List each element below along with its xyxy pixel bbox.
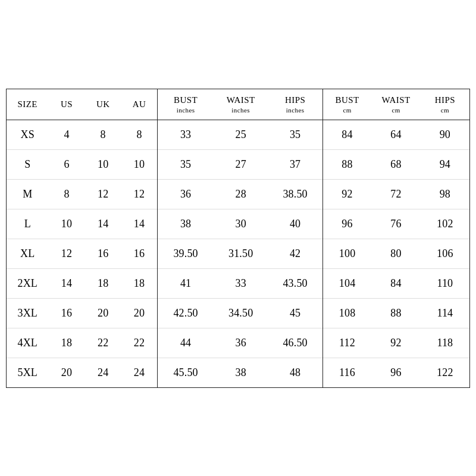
- table-row: 3XL16202042.5034.504510888114: [7, 298, 469, 328]
- cell-size: 2XL: [7, 268, 49, 298]
- cell-uk: 20: [85, 298, 121, 328]
- header-size: SIZE: [7, 89, 49, 120]
- cell-au: 16: [121, 239, 158, 268]
- cell-uk: 8: [85, 120, 121, 149]
- table-row: 2XL141818413343.5010484110: [7, 268, 469, 298]
- cell-waist-in: 34.50: [214, 298, 268, 328]
- header-waist-inches: WAIST inches: [214, 89, 268, 120]
- cell-hips-in: 45: [268, 298, 323, 328]
- cell-au: 10: [121, 149, 158, 179]
- cell-hips-cm: 118: [421, 328, 469, 358]
- cell-bust-cm: 100: [322, 239, 371, 268]
- cell-hips-cm: 122: [421, 358, 469, 387]
- size-chart-table: SIZE US UK AU BUST inches WAIST inches H…: [7, 89, 469, 387]
- cell-hips-cm: 90: [421, 120, 469, 149]
- cell-size: S: [7, 149, 49, 179]
- cell-waist-in: 33: [214, 268, 268, 298]
- cell-us: 18: [49, 328, 85, 358]
- table-row: M81212362838.50927298: [7, 179, 469, 209]
- cell-hips-cm: 98: [421, 179, 469, 209]
- cell-au: 22: [121, 328, 158, 358]
- table-row: 5XL20242445.50384811696122: [7, 358, 469, 387]
- cell-bust-cm: 116: [322, 358, 371, 387]
- cell-bust-in: 45.50: [158, 358, 214, 387]
- cell-waist-in: 38: [214, 358, 268, 387]
- cell-waist-in: 28: [214, 179, 268, 209]
- cell-hips-in: 42: [268, 239, 323, 268]
- header-waist-cm: WAIST cm: [371, 89, 420, 120]
- table-row: S61010352737886894: [7, 149, 469, 179]
- cell-waist-cm: 68: [371, 149, 420, 179]
- header-hips-cm: HIPS cm: [421, 89, 469, 120]
- table-row: 4XL182222443646.5011292118: [7, 328, 469, 358]
- cell-bust-cm: 104: [322, 268, 371, 298]
- cell-bust-cm: 84: [322, 120, 371, 149]
- cell-us: 12: [49, 239, 85, 268]
- cell-bust-cm: 88: [322, 149, 371, 179]
- cell-au: 14: [121, 209, 158, 239]
- cell-hips-in: 43.50: [268, 268, 323, 298]
- cell-waist-cm: 92: [371, 328, 420, 358]
- header-us: US: [49, 89, 85, 120]
- table-row: XS488332535846490: [7, 120, 469, 149]
- cell-hips-in: 35: [268, 120, 323, 149]
- cell-us: 4: [49, 120, 85, 149]
- cell-bust-in: 38: [158, 209, 214, 239]
- cell-size: M: [7, 179, 49, 209]
- cell-waist-in: 30: [214, 209, 268, 239]
- cell-uk: 14: [85, 209, 121, 239]
- cell-size: L: [7, 209, 49, 239]
- cell-us: 10: [49, 209, 85, 239]
- cell-waist-cm: 80: [371, 239, 420, 268]
- cell-waist-in: 36: [214, 328, 268, 358]
- cell-uk: 18: [85, 268, 121, 298]
- cell-uk: 22: [85, 328, 121, 358]
- cell-bust-in: 39.50: [158, 239, 214, 268]
- cell-us: 16: [49, 298, 85, 328]
- cell-uk: 16: [85, 239, 121, 268]
- cell-uk: 24: [85, 358, 121, 387]
- cell-bust-in: 41: [158, 268, 214, 298]
- cell-size: 5XL: [7, 358, 49, 387]
- cell-bust-in: 42.50: [158, 298, 214, 328]
- cell-waist-cm: 72: [371, 179, 420, 209]
- cell-size: 3XL: [7, 298, 49, 328]
- cell-hips-in: 48: [268, 358, 323, 387]
- cell-waist-cm: 88: [371, 298, 420, 328]
- cell-waist-cm: 64: [371, 120, 420, 149]
- header-au: AU: [121, 89, 158, 120]
- cell-bust-cm: 96: [322, 209, 371, 239]
- cell-bust-in: 36: [158, 179, 214, 209]
- cell-hips-cm: 94: [421, 149, 469, 179]
- cell-bust-cm: 92: [322, 179, 371, 209]
- cell-hips-cm: 102: [421, 209, 469, 239]
- cell-us: 8: [49, 179, 85, 209]
- header-bust-cm: BUST cm: [322, 89, 371, 120]
- cell-waist-in: 31.50: [214, 239, 268, 268]
- cell-waist-cm: 84: [371, 268, 420, 298]
- cell-hips-in: 38.50: [268, 179, 323, 209]
- size-chart-container: SIZE US UK AU BUST inches WAIST inches H…: [6, 89, 470, 388]
- cell-waist-in: 27: [214, 149, 268, 179]
- header-hips-inches: HIPS inches: [268, 89, 323, 120]
- cell-us: 20: [49, 358, 85, 387]
- cell-hips-in: 40: [268, 209, 323, 239]
- cell-bust-in: 35: [158, 149, 214, 179]
- cell-hips-cm: 114: [421, 298, 469, 328]
- cell-uk: 10: [85, 149, 121, 179]
- cell-size: XS: [7, 120, 49, 149]
- cell-hips-cm: 106: [421, 239, 469, 268]
- cell-us: 14: [49, 268, 85, 298]
- table-row: L1014143830409676102: [7, 209, 469, 239]
- cell-au: 20: [121, 298, 158, 328]
- cell-bust-cm: 112: [322, 328, 371, 358]
- cell-size: XL: [7, 239, 49, 268]
- cell-hips-in: 37: [268, 149, 323, 179]
- cell-au: 8: [121, 120, 158, 149]
- table-row: XL12161639.5031.504210080106: [7, 239, 469, 268]
- cell-bust-in: 33: [158, 120, 214, 149]
- cell-au: 24: [121, 358, 158, 387]
- cell-waist-in: 25: [214, 120, 268, 149]
- cell-hips-in: 46.50: [268, 328, 323, 358]
- cell-waist-cm: 96: [371, 358, 420, 387]
